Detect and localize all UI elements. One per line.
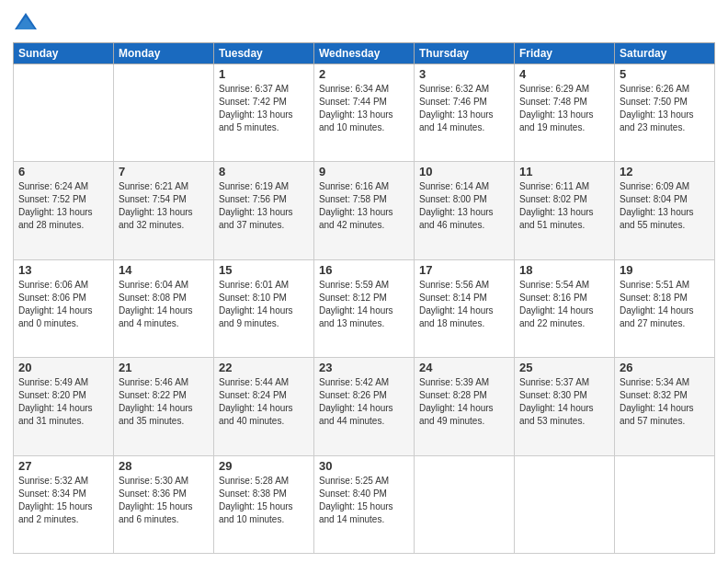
calendar-cell	[515, 455, 615, 553]
calendar-cell: 30Sunrise: 5:25 AM Sunset: 8:40 PM Dayli…	[314, 455, 415, 553]
weekday-header-saturday: Saturday	[615, 43, 715, 64]
day-number: 22	[219, 361, 309, 374]
day-info: Sunrise: 5:37 AM Sunset: 8:30 PM Dayligh…	[519, 376, 609, 428]
calendar-cell	[114, 64, 214, 162]
weekday-header-tuesday: Tuesday	[214, 43, 314, 64]
calendar-cell: 4Sunrise: 6:29 AM Sunset: 7:48 PM Daylig…	[515, 64, 615, 162]
calendar-cell: 2Sunrise: 6:34 AM Sunset: 7:44 PM Daylig…	[314, 64, 415, 162]
day-info: Sunrise: 6:06 AM Sunset: 8:06 PM Dayligh…	[18, 279, 108, 330]
calendar-cell: 17Sunrise: 5:56 AM Sunset: 8:14 PM Dayli…	[415, 259, 515, 357]
calendar-cell: 9Sunrise: 6:16 AM Sunset: 7:58 PM Daylig…	[314, 162, 415, 259]
day-number: 12	[620, 165, 710, 178]
day-number: 6	[18, 165, 108, 178]
weekday-header-friday: Friday	[515, 43, 615, 64]
calendar-cell: 16Sunrise: 5:59 AM Sunset: 8:12 PM Dayli…	[314, 259, 415, 357]
day-number: 11	[519, 165, 609, 178]
day-number: 5	[620, 67, 710, 81]
calendar-cell: 29Sunrise: 5:28 AM Sunset: 8:38 PM Dayli…	[214, 455, 314, 553]
calendar-week-3: 13Sunrise: 6:06 AM Sunset: 8:06 PM Dayli…	[14, 259, 715, 357]
day-info: Sunrise: 5:34 AM Sunset: 8:32 PM Dayligh…	[620, 376, 710, 428]
day-info: Sunrise: 5:39 AM Sunset: 8:28 PM Dayligh…	[419, 376, 509, 428]
calendar-cell: 7Sunrise: 6:21 AM Sunset: 7:54 PM Daylig…	[114, 162, 214, 259]
day-number: 18	[519, 263, 609, 277]
weekday-header: SundayMondayTuesdayWednesdayThursdayFrid…	[14, 43, 715, 64]
day-number: 4	[519, 67, 609, 81]
calendar-cell: 19Sunrise: 5:51 AM Sunset: 8:18 PM Dayli…	[615, 259, 715, 357]
day-number: 8	[219, 165, 309, 178]
day-number: 1	[219, 67, 309, 81]
calendar-cell: 18Sunrise: 5:54 AM Sunset: 8:16 PM Dayli…	[515, 259, 615, 357]
day-number: 23	[319, 361, 409, 374]
day-info: Sunrise: 5:44 AM Sunset: 8:24 PM Dayligh…	[219, 376, 309, 428]
day-info: Sunrise: 5:49 AM Sunset: 8:20 PM Dayligh…	[18, 376, 108, 428]
calendar-cell: 23Sunrise: 5:42 AM Sunset: 8:26 PM Dayli…	[314, 358, 415, 455]
day-number: 2	[319, 67, 409, 81]
day-info: Sunrise: 6:24 AM Sunset: 7:52 PM Dayligh…	[18, 180, 108, 232]
day-number: 7	[119, 165, 209, 178]
day-info: Sunrise: 5:46 AM Sunset: 8:22 PM Dayligh…	[119, 376, 209, 428]
calendar-cell: 21Sunrise: 5:46 AM Sunset: 8:22 PM Dayli…	[114, 358, 214, 455]
day-number: 17	[419, 263, 509, 277]
calendar-cell: 20Sunrise: 5:49 AM Sunset: 8:20 PM Dayli…	[14, 358, 114, 455]
day-number: 3	[419, 67, 509, 81]
day-info: Sunrise: 5:54 AM Sunset: 8:16 PM Dayligh…	[519, 279, 609, 330]
day-number: 30	[319, 459, 409, 473]
weekday-header-wednesday: Wednesday	[314, 43, 415, 64]
calendar-cell: 22Sunrise: 5:44 AM Sunset: 8:24 PM Dayli…	[214, 358, 314, 455]
day-info: Sunrise: 6:16 AM Sunset: 7:58 PM Dayligh…	[319, 180, 409, 232]
calendar-cell: 1Sunrise: 6:37 AM Sunset: 7:42 PM Daylig…	[214, 64, 314, 162]
page: SundayMondayTuesdayWednesdayThursdayFrid…	[0, 0, 728, 563]
calendar-cell	[415, 455, 515, 553]
calendar-cell: 3Sunrise: 6:32 AM Sunset: 7:46 PM Daylig…	[415, 64, 515, 162]
day-number: 10	[419, 165, 509, 178]
day-info: Sunrise: 6:09 AM Sunset: 8:04 PM Dayligh…	[620, 180, 710, 232]
logo	[13, 9, 42, 35]
calendar-cell: 28Sunrise: 5:30 AM Sunset: 8:36 PM Dayli…	[114, 455, 214, 553]
logo-icon	[13, 9, 39, 35]
day-number: 16	[319, 263, 409, 277]
day-number: 9	[319, 165, 409, 178]
header	[13, 9, 715, 35]
calendar-cell: 24Sunrise: 5:39 AM Sunset: 8:28 PM Dayli…	[415, 358, 515, 455]
calendar-cell: 26Sunrise: 5:34 AM Sunset: 8:32 PM Dayli…	[615, 358, 715, 455]
day-info: Sunrise: 5:30 AM Sunset: 8:36 PM Dayligh…	[119, 475, 209, 526]
day-number: 26	[620, 361, 710, 374]
calendar-cell: 13Sunrise: 6:06 AM Sunset: 8:06 PM Dayli…	[14, 259, 114, 357]
day-info: Sunrise: 5:59 AM Sunset: 8:12 PM Dayligh…	[319, 279, 409, 330]
day-info: Sunrise: 6:14 AM Sunset: 8:00 PM Dayligh…	[419, 180, 509, 232]
day-info: Sunrise: 5:28 AM Sunset: 8:38 PM Dayligh…	[219, 475, 309, 526]
calendar-cell: 11Sunrise: 6:11 AM Sunset: 8:02 PM Dayli…	[515, 162, 615, 259]
day-number: 21	[119, 361, 209, 374]
day-number: 25	[519, 361, 609, 374]
calendar-cell: 27Sunrise: 5:32 AM Sunset: 8:34 PM Dayli…	[14, 455, 114, 553]
weekday-header-sunday: Sunday	[14, 43, 114, 64]
day-info: Sunrise: 5:32 AM Sunset: 8:34 PM Dayligh…	[18, 475, 108, 526]
day-info: Sunrise: 6:34 AM Sunset: 7:44 PM Dayligh…	[319, 83, 409, 134]
day-number: 19	[620, 263, 710, 277]
day-number: 20	[18, 361, 108, 374]
calendar-cell	[14, 64, 114, 162]
day-info: Sunrise: 6:26 AM Sunset: 7:50 PM Dayligh…	[620, 83, 710, 134]
calendar-cell	[615, 455, 715, 553]
calendar-cell: 25Sunrise: 5:37 AM Sunset: 8:30 PM Dayli…	[515, 358, 615, 455]
day-info: Sunrise: 6:32 AM Sunset: 7:46 PM Dayligh…	[419, 83, 509, 134]
calendar-cell: 5Sunrise: 6:26 AM Sunset: 7:50 PM Daylig…	[615, 64, 715, 162]
calendar-cell: 12Sunrise: 6:09 AM Sunset: 8:04 PM Dayli…	[615, 162, 715, 259]
calendar-week-4: 20Sunrise: 5:49 AM Sunset: 8:20 PM Dayli…	[14, 358, 715, 455]
weekday-header-thursday: Thursday	[415, 43, 515, 64]
day-info: Sunrise: 6:21 AM Sunset: 7:54 PM Dayligh…	[119, 180, 209, 232]
day-info: Sunrise: 5:56 AM Sunset: 8:14 PM Dayligh…	[419, 279, 509, 330]
day-number: 29	[219, 459, 309, 473]
calendar-cell: 15Sunrise: 6:01 AM Sunset: 8:10 PM Dayli…	[214, 259, 314, 357]
weekday-header-monday: Monday	[114, 43, 214, 64]
day-info: Sunrise: 6:01 AM Sunset: 8:10 PM Dayligh…	[219, 279, 309, 330]
calendar-week-5: 27Sunrise: 5:32 AM Sunset: 8:34 PM Dayli…	[14, 455, 715, 553]
day-number: 27	[18, 459, 108, 473]
day-number: 14	[119, 263, 209, 277]
calendar-cell: 14Sunrise: 6:04 AM Sunset: 8:08 PM Dayli…	[114, 259, 214, 357]
calendar-cell: 8Sunrise: 6:19 AM Sunset: 7:56 PM Daylig…	[214, 162, 314, 259]
calendar-cell: 6Sunrise: 6:24 AM Sunset: 7:52 PM Daylig…	[14, 162, 114, 259]
calendar-cell: 10Sunrise: 6:14 AM Sunset: 8:00 PM Dayli…	[415, 162, 515, 259]
calendar-week-2: 6Sunrise: 6:24 AM Sunset: 7:52 PM Daylig…	[14, 162, 715, 259]
calendar: SundayMondayTuesdayWednesdayThursdayFrid…	[13, 42, 715, 554]
